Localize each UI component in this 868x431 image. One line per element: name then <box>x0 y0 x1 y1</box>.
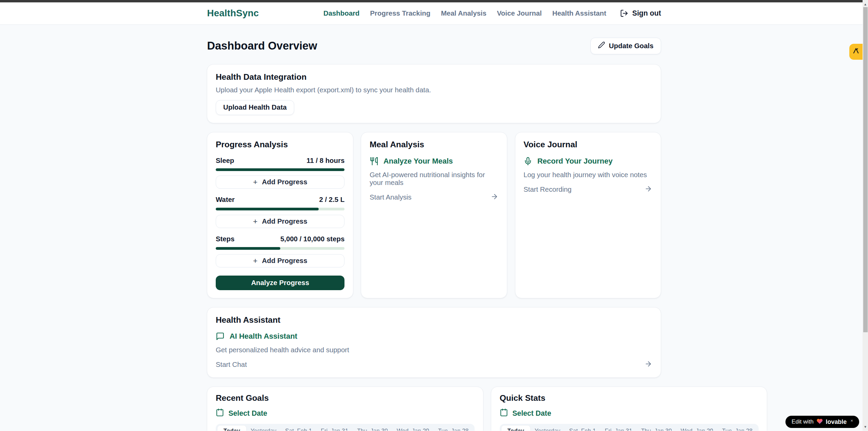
steps-add-progress-button[interactable]: + Add Progress <box>216 254 344 267</box>
calendar-icon <box>216 408 224 418</box>
vertical-scrollbar[interactable]: ▲ ▼ <box>863 0 868 431</box>
stats-date-tab-bar: Today Yesterday Sat, Feb 1 Fri, Jan 31 T… <box>500 424 759 431</box>
health-assistant-card: Health Assistant AI Health Assistant Get… <box>207 307 661 378</box>
stats-tab-fri-jan-31[interactable]: Fri, Jan 31 <box>600 426 637 431</box>
sign-out-button[interactable]: Sign out <box>620 9 661 17</box>
stats-tab-tue-jan-28[interactable]: Tue, Jan 28 <box>718 426 757 431</box>
recent-goals-title: Recent Goals <box>216 393 475 403</box>
pencil-icon <box>598 41 605 50</box>
plus-icon: + <box>253 178 258 186</box>
lovable-heart-icon <box>816 418 823 426</box>
health-data-integration-card: Health Data Integration Upload your Appl… <box>207 64 661 123</box>
lovable-logo-icon <box>852 47 860 56</box>
scrollbar-thumb[interactable] <box>863 7 868 332</box>
start-recording-action[interactable]: Start Recording <box>524 185 652 194</box>
arrow-right-icon <box>644 360 652 370</box>
nav-progress-tracking[interactable]: Progress Tracking <box>370 10 430 17</box>
sleep-value: 11 / 8 hours <box>306 157 344 165</box>
goals-tab-thu-jan-30[interactable]: Thu, Jan 30 <box>353 426 392 431</box>
water-metric: Water 2 / 2.5 L + Add Progress <box>216 196 344 228</box>
record-your-journey-link[interactable]: Record Your Journey <box>524 157 652 166</box>
utensils-icon <box>370 157 378 166</box>
sleep-progress-bar <box>216 168 344 171</box>
calendar-icon <box>500 408 508 418</box>
goals-tab-today[interactable]: Today <box>217 426 246 431</box>
sleep-metric: Sleep 11 / 8 hours + Add Progress <box>216 157 344 189</box>
badge-close-icon[interactable]: × <box>851 418 853 423</box>
goals-tab-tue-jan-28[interactable]: Tue, Jan 28 <box>433 426 473 431</box>
water-value: 2 / 2.5 L <box>319 196 345 204</box>
nav-health-assistant[interactable]: Health Assistant <box>552 10 606 17</box>
quick-stats-card: Quick Stats Select Date Today Yesterday … <box>491 387 767 431</box>
water-label: Water <box>216 196 235 204</box>
goals-tab-yesterday[interactable]: Yesterday <box>246 426 281 431</box>
start-analysis-action[interactable]: Start Analysis <box>370 193 498 202</box>
arrow-right-icon <box>644 185 652 194</box>
stats-tab-wed-jan-29[interactable]: Wed, Jan 29 <box>676 426 718 431</box>
steps-value: 5,000 / 10,000 steps <box>280 235 344 243</box>
voice-description: Log your health journey with voice notes <box>524 171 652 179</box>
steps-label: Steps <box>216 235 234 243</box>
main-nav: Dashboard Progress Tracking Meal Analysi… <box>323 9 661 17</box>
nav-meal-analysis[interactable]: Meal Analysis <box>441 10 486 17</box>
meal-title: Meal Analysis <box>370 140 498 149</box>
sleep-add-progress-button[interactable]: + Add Progress <box>216 175 344 189</box>
start-chat-action[interactable]: Start Chat <box>216 360 652 370</box>
log-out-icon <box>620 9 628 17</box>
stats-tab-yesterday[interactable]: Yesterday <box>530 426 565 431</box>
meal-description: Get AI-powered nutritional insights for … <box>370 171 498 187</box>
scrollbar-up-icon[interactable]: ▲ <box>863 2 868 6</box>
sleep-label: Sleep <box>216 157 234 165</box>
stats-tab-sat-feb-1[interactable]: Sat, Feb 1 <box>565 426 600 431</box>
water-add-progress-button[interactable]: + Add Progress <box>216 215 344 228</box>
upload-health-data-button[interactable]: Upload Health Data <box>216 100 294 115</box>
water-progress-bar <box>216 208 344 210</box>
quick-stats-title: Quick Stats <box>500 393 759 403</box>
analyze-your-meals-link[interactable]: Analyze Your Meals <box>370 157 498 166</box>
meal-analysis-card: Meal Analysis Analyze Your Meals Get AI-… <box>361 132 507 298</box>
goals-date-tab-bar: Today Yesterday Sat, Feb 1 Fri, Jan 31 T… <box>216 424 475 431</box>
plus-icon: + <box>253 218 258 225</box>
integration-description: Upload your Apple Health export (export.… <box>216 86 652 94</box>
ai-health-assistant-link[interactable]: AI Health Assistant <box>216 332 652 341</box>
nav-dashboard[interactable]: Dashboard <box>323 10 359 17</box>
microphone-icon <box>524 157 532 166</box>
plus-icon: + <box>253 257 258 265</box>
stats-select-date[interactable]: Select Date <box>500 408 759 418</box>
stats-tab-thu-jan-30[interactable]: Thu, Jan 30 <box>637 426 676 431</box>
steps-progress-bar <box>216 247 344 250</box>
goals-tab-sat-feb-1[interactable]: Sat, Feb 1 <box>281 426 316 431</box>
steps-metric: Steps 5,000 / 10,000 steps + Add Progres… <box>216 235 344 267</box>
analyze-progress-button[interactable]: Analyze Progress <box>216 276 344 290</box>
assistant-description: Get personalized health advice and suppo… <box>216 346 652 354</box>
voice-journal-card: Voice Journal Record Your Journey Log yo… <box>515 132 661 298</box>
top-nav-bar: HealthSync Dashboard Progress Tracking M… <box>0 2 868 25</box>
integration-title: Health Data Integration <box>216 72 652 82</box>
progress-analysis-card: Progress Analysis Sleep 11 / 8 hours + A… <box>207 132 353 298</box>
chat-bubble-icon <box>216 332 225 341</box>
page-title: Dashboard Overview <box>207 39 317 52</box>
goals-select-date[interactable]: Select Date <box>216 408 475 418</box>
goals-tab-wed-jan-29[interactable]: Wed, Jan 29 <box>392 426 434 431</box>
voice-title: Voice Journal <box>524 140 652 149</box>
progress-title: Progress Analysis <box>216 140 344 149</box>
app-logo: HealthSync <box>207 8 259 19</box>
goals-tab-fri-jan-31[interactable]: Fri, Jan 31 <box>316 426 353 431</box>
edit-with-lovable-badge[interactable]: Edit with lovable × <box>785 416 859 428</box>
sign-out-label: Sign out <box>632 9 661 17</box>
app-viewport: HealthSync Dashboard Progress Tracking M… <box>0 0 868 431</box>
scrollbar-down-icon[interactable]: ▼ <box>863 425 868 429</box>
recent-goals-card: Recent Goals Select Date Today Yesterday… <box>207 387 483 431</box>
lovable-side-button[interactable] <box>849 44 863 60</box>
nav-voice-journal[interactable]: Voice Journal <box>497 10 542 17</box>
update-goals-button[interactable]: Update Goals <box>590 38 661 54</box>
assistant-title: Health Assistant <box>216 315 652 325</box>
arrow-right-icon <box>491 193 498 202</box>
stats-tab-today[interactable]: Today <box>501 426 530 431</box>
